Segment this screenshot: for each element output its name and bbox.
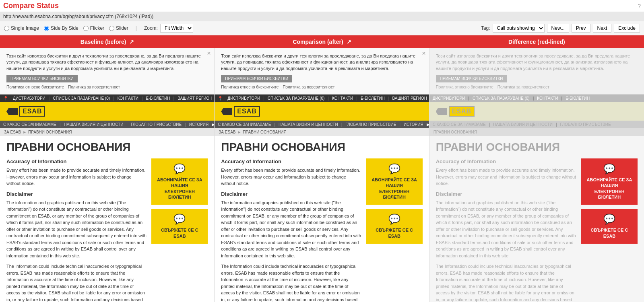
- baseline-ext-icon[interactable]: ↗: [129, 39, 134, 45]
- cookie-btn-comparison[interactable]: ПРИЕМАМ ВСИЧКИ БИСКВИТКИ: [221, 75, 292, 82]
- content-grid-baseline: Accuracy of Information Every effort has…: [6, 158, 208, 302]
- esab-shape-comparison: [221, 108, 232, 115]
- nav-region-baseline[interactable]: ВАШИЯТ РЕГИОН: [178, 96, 212, 101]
- exclude-button[interactable]: Exclude: [614, 24, 640, 33]
- help-icon[interactable]: ?: [638, 3, 641, 9]
- breadcrumb-current-comparison: ПРАВНИ ОСНОВАНИЯ: [243, 130, 286, 134]
- page-nav-1-baseline[interactable]: С КАКВО СЕ ЗАНИМАВАМЕ: [3, 122, 56, 127]
- side-by-side-option[interactable]: Side By Side: [44, 25, 78, 31]
- page-nav-arrow-comparison[interactable]: ▶: [427, 122, 429, 127]
- comparison-label: Comparison (after): [293, 39, 343, 45]
- section1-text-comparison: Every effort has been made to provide ac…: [221, 167, 361, 187]
- page-nav-4-baseline[interactable]: ИСТОРИЯ: [189, 122, 209, 127]
- breadcrumb-diff: ПРАВНИ ОСНОВАНИЯ: [429, 128, 644, 136]
- section2-title-comparison: Disclaimer: [221, 191, 361, 197]
- callout-col-baseline: 💬 АБОНИРАЙТЕ СЕ ЗА НАШИЯ ЕЛЕКТРОНЕН БЮЛЕ…: [151, 158, 208, 302]
- tag-label: Tag:: [481, 25, 490, 31]
- nav-shopping-baseline[interactable]: СПИСЪК ЗА ПАЗАРУВАНЕ (0): [53, 96, 110, 101]
- cookie-link2-diff[interactable]: Политика за поверителност: [497, 85, 549, 89]
- flicker-radio[interactable]: [83, 26, 89, 31]
- nav-distributors-baseline[interactable]: ДИСТРИБУТОРИ: [13, 96, 45, 101]
- callout2-baseline[interactable]: 💬 СВЪРЖЕТЕ СЕ С ESAB: [151, 209, 208, 244]
- content-grid-diff: Accuracy of Information Every effort has…: [436, 158, 638, 302]
- nav-contacts-comparison[interactable]: КОНТАКТИ: [332, 96, 353, 101]
- page-nav-diff: С КАКВО СЕ ЗАНИМАВАМЕ | НАШАТА ВИЗИЯ И Ц…: [429, 121, 644, 128]
- callout1-baseline[interactable]: 💬 АБОНИРАЙТЕ СЕ ЗА НАШИЯ ЕЛЕКТРОНЕН БЮЛЕ…: [151, 158, 208, 205]
- callout2-text-baseline: СВЪРЖЕТЕ СЕ С ESAB: [156, 227, 203, 239]
- cookie-links-comparison: Политика относно бисквитките Политика за…: [221, 85, 422, 89]
- flicker-option[interactable]: Flicker: [83, 25, 104, 31]
- side-by-side-radio[interactable]: [44, 26, 49, 31]
- zoom-select[interactable]: Fit Width 50% 75% 100% 125% 150%: [160, 24, 193, 33]
- cookie-link1-comparison[interactable]: Политика относно бисквитките: [221, 85, 279, 89]
- next-button[interactable]: Next: [593, 24, 612, 33]
- single-image-radio[interactable]: [4, 26, 9, 31]
- section2-title-diff: Disclaimer: [436, 191, 576, 197]
- page-title-baseline: ПРАВНИ ОСНОВАНИЯ: [6, 141, 208, 154]
- breadcrumb-home-comparison[interactable]: ЗА ESAB: [219, 130, 235, 134]
- baseline-header: Baseline (before) ↗: [0, 35, 215, 48]
- cookie-close-comparison[interactable]: ✕: [422, 51, 426, 56]
- content-area-comparison: ПРАВНИ ОСНОВАНИЯ Accuracy of Information…: [215, 136, 429, 302]
- url-text: http://newauth.esabna.com/bg/bg/about/pr…: [3, 14, 153, 19]
- callout2-comparison[interactable]: 💬 СВЪРЖЕТЕ СЕ С ESAB: [366, 209, 423, 244]
- zoom-group: Zoom: Fit Width 50% 75% 100% 125% 150%: [144, 24, 193, 33]
- nav-shopping-comparison[interactable]: СПИСЪК ЗА ПАЗАРУВАНЕ (0): [268, 96, 325, 101]
- tag-select[interactable]: Call outs showing: [493, 24, 545, 33]
- page-nav-3-comparison[interactable]: ГЛОБАЛНО ПРИСЪСТВИЕ: [345, 122, 396, 127]
- page-nav-arrow-baseline[interactable]: ▶: [212, 122, 214, 127]
- speech-bubble-1-comparison: 💬: [371, 163, 418, 175]
- new-button[interactable]: New...: [547, 24, 569, 33]
- cookie-link1-diff[interactable]: Политика относно бисквитките: [436, 85, 493, 89]
- cookie-links-diff: Политика относно бисквитките Политика за…: [436, 85, 638, 89]
- callout1-comparison[interactable]: 💬 АБОНИРАЙТЕ СЕ ЗА НАШИЯ ЕЛЕКТРОНЕН БЮЛЕ…: [366, 158, 423, 205]
- cookie-banner-baseline: ✕ Този сайт използва бисквитки и други т…: [0, 48, 214, 95]
- zoom-label: Zoom:: [144, 25, 158, 31]
- nav-distributors-comparison[interactable]: ДИСТРИБУТОРИ: [227, 96, 260, 101]
- esab-text-comparison: ESAB: [234, 106, 260, 117]
- cookie-btn-baseline[interactable]: ПРИЕМАМ ВСИЧКИ БИСКВИТКИ: [6, 75, 78, 82]
- prev-button[interactable]: Prev: [572, 24, 590, 33]
- cookie-text-diff: Този сайт използва бисквитки и други тех…: [436, 53, 638, 72]
- cookie-link2-baseline[interactable]: Политика за поверителност: [68, 85, 120, 89]
- app-title: Compare Status: [3, 2, 59, 10]
- cookie-link1-baseline[interactable]: Политика относно бисквитките: [6, 85, 64, 89]
- page-nav-4-comparison[interactable]: ИСТОРИЯ: [404, 122, 423, 127]
- single-image-option[interactable]: Single Image: [4, 25, 39, 31]
- nav-contacts-baseline[interactable]: КОНТАКТИ: [118, 96, 138, 101]
- breadcrumb-current-baseline: ПРАВНИ ОСНОВАНИЯ: [28, 130, 72, 134]
- page-nav-2-comparison[interactable]: НАШАТА ВИЗИЯ И ЦЕННОСТИ: [279, 122, 338, 127]
- slider-radio[interactable]: [109, 26, 114, 31]
- url-bar: http://newauth.esabna.com/bg/bg/about/pr…: [0, 12, 644, 21]
- nav-region-comparison[interactable]: ВАШИЯТ РЕГИОН: [392, 96, 427, 101]
- site-nav-comparison: 📍 ДИСТРИБУТОРИ | СПИСЪК ЗА ПАЗАРУВАНЕ (0…: [215, 95, 429, 102]
- cookie-text-baseline: Този сайт използва бисквитки и други тех…: [6, 53, 208, 72]
- callout1-diff[interactable]: 💬 АБОНИРАЙТЕ СЕ ЗА НАШИЯ ЕЛЕКТРОНЕН БЮЛЕ…: [581, 158, 638, 205]
- breadcrumb-home-baseline[interactable]: ЗА ESAB: [4, 130, 21, 134]
- content-grid-comparison: Accuracy of Information Every effort has…: [221, 158, 422, 302]
- page-nav-1-comparison[interactable]: С КАКВО СЕ ЗАНИМАВАМЕ: [218, 122, 271, 127]
- page-nav-3-baseline[interactable]: ГЛОБАЛНО ПРИСЪСТВИЕ: [131, 122, 182, 127]
- nav-newsletter-baseline[interactable]: Е-БЮЛЕТИН: [146, 96, 170, 101]
- comparison-ext-icon[interactable]: ↗: [347, 39, 351, 45]
- difference-header: Difference (red-lined): [429, 35, 644, 48]
- pin-icon-comparison: 📍: [218, 96, 223, 101]
- text-col-baseline: Accuracy of Information Every effort has…: [6, 158, 147, 302]
- esab-logo-comparison: ESAB: [221, 106, 260, 117]
- cookie-close-baseline[interactable]: ✕: [207, 51, 211, 56]
- esab-shape-baseline: [6, 108, 18, 115]
- comparison-panel: ✕ Този сайт използва бисквитки и други т…: [215, 48, 429, 302]
- cookie-link2-comparison[interactable]: Политика за поверителност: [283, 85, 334, 89]
- cookie-btn-diff[interactable]: ПРИЕМАМ ВСИЧКИ БИСКВИТКИ: [436, 75, 507, 82]
- page-nav-2-baseline[interactable]: НАШАТА ВИЗИЯ И ЦЕННОСТИ: [64, 122, 124, 127]
- section1-text-baseline: Every effort has been made to provide ac…: [6, 167, 147, 187]
- section2-title-baseline: Disclaimer: [6, 191, 147, 197]
- section3-text-comparison: The Information could include technical …: [221, 263, 361, 302]
- callout-col-diff: 💬 АБОНИРАЙТЕ СЕ ЗА НАШИЯ ЕЛЕКТРОНЕН БЮЛЕ…: [581, 158, 638, 302]
- difference-panel: Този сайт използва бисквитки и други тех…: [429, 48, 644, 302]
- page-nav-2-diff: НАШАТА ВИЗИЯ И ЦЕННОСТИ: [493, 122, 553, 127]
- side-by-side-label: Side By Side: [51, 25, 78, 31]
- callout2-diff[interactable]: 💬 СВЪРЖЕТЕ СЕ С ESAB: [581, 209, 638, 244]
- nav-newsletter-comparison[interactable]: Е-БЮЛЕТИН: [361, 96, 385, 101]
- slider-option[interactable]: Slider: [109, 25, 128, 31]
